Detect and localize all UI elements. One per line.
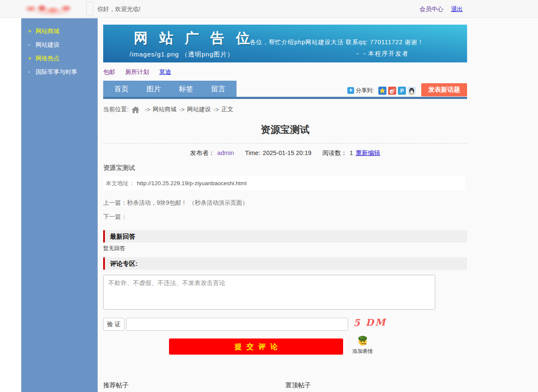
- next-post-label: 下一篇：: [103, 213, 127, 220]
- next-post-row: 下一篇：: [103, 213, 127, 221]
- topbar-links: 会员中心退出: [420, 0, 463, 18]
- logout-link[interactable]: 退出: [451, 6, 463, 12]
- page: 你好，欢迎光临! 会员中心退出 + 网站商城 - 网站建设 + 网络热点 - 国…: [0, 0, 538, 392]
- breadcrumb-separator: ->: [214, 106, 219, 113]
- prev-post-row: 上一篇：秒杀活动，9块9包邮！ （秒杀活动演示页面）: [103, 199, 248, 207]
- sidebar-item-label: 国际军事与时事: [36, 68, 77, 75]
- tab-home[interactable]: 首页: [114, 84, 129, 94]
- nav-underline-bar: [103, 97, 467, 99]
- ad-banner-subtitle: /images/g1.png （透明png图片）: [130, 51, 234, 59]
- ad-banner[interactable]: 网 站 广 告 位 /images/g1.png （透明png图片） 各位，帮忙…: [103, 25, 467, 62]
- captcha-input[interactable]: [126, 318, 348, 331]
- add-emoji-control[interactable]: 添加表情: [350, 335, 375, 355]
- share-widget: + 分享到: P: [347, 86, 417, 95]
- sidebar-item-military-news[interactable]: - 国际军事与时事: [21, 65, 98, 79]
- add-emoji-label: 添加表情: [350, 348, 375, 355]
- breadcrumb-item-shop[interactable]: 网站商城: [153, 106, 177, 113]
- sidebar-item-hotspots[interactable]: + 网络热点: [21, 51, 98, 65]
- site-logo-redacted: [24, 3, 79, 16]
- sidebar-item-label: 网络热点: [36, 55, 59, 62]
- dashed-divider: [103, 143, 467, 144]
- sidebar-menu: + 网站商城 - 网站建设 + 网络热点 - 国际军事与时事: [21, 18, 98, 392]
- recommended-posts-heading: 推荐帖子: [103, 381, 129, 389]
- tab-images[interactable]: 图片: [146, 84, 161, 94]
- time-label: Time:: [245, 149, 260, 156]
- welcome-text: 你好，欢迎光临!: [97, 0, 141, 18]
- breadcrumb-separator: ->: [179, 106, 185, 113]
- article-url-bar: 本文地址：http://120.25.229.19/p-ziyuanbaoces…: [103, 176, 465, 190]
- article-meta: 发布者：adminTime:2025-01-15 20:19阅读数：1重新编辑: [103, 149, 467, 157]
- expand-plus-icon: +: [28, 51, 34, 65]
- comment-textarea[interactable]: [103, 275, 435, 310]
- captcha-label: 验 证: [103, 318, 124, 331]
- breadcrumb-item-webdev[interactable]: 网站建设: [187, 106, 211, 113]
- article-url-label: 本文地址：: [106, 180, 135, 186]
- views-label: 阅读数：: [322, 149, 347, 156]
- member-center-link[interactable]: 会员中心: [420, 6, 443, 12]
- expand-plus-icon: +: [28, 24, 34, 38]
- breadcrumb-label: 当前位置:: [103, 106, 129, 113]
- page-title: 资源宝测试: [103, 123, 467, 136]
- prev-post-label: 上一篇：: [103, 199, 127, 206]
- prev-post-link[interactable]: 秒杀活动，9块9包邮！ （秒杀活动演示页面）: [127, 199, 248, 206]
- ad-banner-message: 各位，帮忙介绍php网站建设大活 联系qq: 770111722 谢谢！: [250, 39, 424, 46]
- re-edit-link[interactable]: 重新编辑: [355, 149, 380, 156]
- breadcrumb-separator: ->: [145, 106, 150, 113]
- captcha-image-text[interactable]: 5 DM: [353, 316, 387, 328]
- new-topic-button[interactable]: 发表新话题: [421, 83, 467, 96]
- qzone-icon[interactable]: [378, 87, 386, 95]
- top-bar: 你好，欢迎光临! 会员中心退出: [0, 0, 538, 18]
- logo-dashed-placeholder: [86, 2, 93, 16]
- svg-text:P: P: [400, 88, 404, 94]
- collapse-minus-icon: -: [28, 38, 34, 51]
- ad-banner-title: 网 站 广 告 位: [134, 29, 254, 48]
- home-icon[interactable]: [131, 106, 140, 113]
- latest-answers-header: 最新回答: [103, 230, 467, 243]
- weibo-icon[interactable]: [388, 87, 396, 95]
- sidebar-item-shop[interactable]: + 网站商城: [21, 24, 98, 38]
- sidebar-item-label: 网站商城: [36, 28, 59, 34]
- pinned-posts-heading: 置顶帖子: [285, 381, 311, 389]
- article-url: http://120.25.229.19/p-ziyuanbaoceshi.ht…: [137, 180, 247, 186]
- tag-link-baoyou[interactable]: 包邮: [103, 68, 115, 75]
- time-value: 2025-01-15 20:19: [263, 149, 312, 156]
- tag-links: 包邮 厕所计划 莫迪: [103, 68, 180, 76]
- share-label: 分享到:: [356, 87, 374, 94]
- sidebar-item-label: 网站建设: [36, 41, 59, 48]
- nav-tab-bar: 首页 图片 标签 留言: [103, 81, 237, 97]
- tag-link-modi[interactable]: 莫迪: [159, 68, 171, 75]
- tab-messages[interactable]: 留言: [211, 84, 225, 94]
- qq-icon[interactable]: [408, 87, 416, 95]
- article-content: 资源宝测试: [103, 164, 135, 172]
- breadcrumb-item-current: 正文: [221, 106, 233, 113]
- breadcrumb: 当前位置: -> 网站商城 -> 网站建设 -> 正文: [103, 106, 233, 113]
- no-answers-text: 暂无回答: [103, 245, 125, 252]
- publisher-link[interactable]: admin: [217, 149, 234, 156]
- submit-comment-button[interactable]: 提交评论: [169, 338, 343, 355]
- tab-tags[interactable]: 标签: [179, 84, 193, 94]
- collapse-minus-icon: -: [28, 65, 34, 79]
- sidebar-item-webdev[interactable]: - 网站建设: [21, 38, 98, 51]
- pengyou-icon[interactable]: P: [398, 87, 406, 95]
- publisher-label: 发布者：: [190, 149, 215, 156]
- comment-zone-header: 评论专区:: [103, 257, 467, 270]
- share-plus-icon[interactable]: +: [347, 87, 354, 94]
- tag-link-cesuojihua[interactable]: 厕所计划: [125, 68, 149, 75]
- emoji-smiley-helmet-icon: [357, 335, 368, 346]
- views-value: 1: [349, 149, 353, 156]
- ad-banner-signature: －－本程序开发者: [355, 50, 409, 58]
